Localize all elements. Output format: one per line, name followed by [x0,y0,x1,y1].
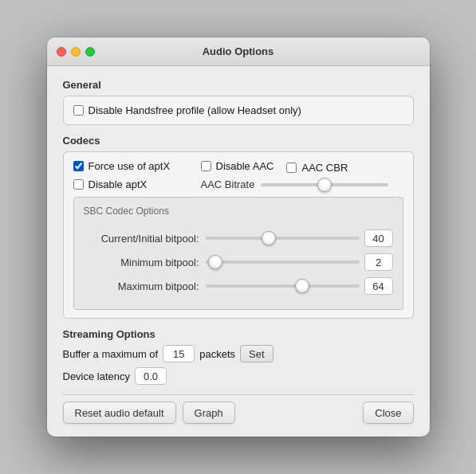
disable-aac-row: Disable AAC [201,160,274,172]
general-label: General [63,79,414,91]
current-bitpool-slider[interactable] [206,237,360,240]
set-button[interactable]: Set [240,345,273,362]
aac-bitrate-slider[interactable] [261,183,388,186]
minimum-bitpool-label: Minimum bitpool: [84,257,199,268]
aac-cbr-label: AAC CBR [301,162,348,174]
buffer-prefix: Buffer a maximum of [63,348,159,360]
minimum-bitpool-row: Minimum bitpool: 2 [84,253,393,271]
codecs-box: Force use of aptX Disable aptX Disable A… [63,151,414,319]
close-button[interactable]: Close [363,402,413,424]
latency-value-input[interactable] [135,367,167,385]
minimize-window-button[interactable] [71,47,81,57]
graph-button[interactable]: Graph [183,402,235,424]
disable-aptx-checkbox[interactable] [73,179,84,190]
streaming-section: Streaming Options Buffer a maximum of pa… [63,328,414,385]
minimum-bitpool-slider[interactable] [206,261,360,264]
codecs-label: Codecs [63,135,414,147]
minimum-bitpool-value: 2 [364,253,393,271]
buffer-value-input[interactable] [163,345,195,362]
window-content: General Disable Handsfree profile (allow… [47,66,430,437]
sbc-codec-box: SBC Codec Options Current/Initial bitpoo… [73,197,403,310]
force-aptx-row: Force use of aptX [73,160,201,172]
disable-aac-checkbox[interactable] [201,161,211,171]
maximum-bitpool-row: Maximum bitpool: 64 [84,277,393,295]
streaming-label: Streaming Options [63,328,414,340]
general-section: General Disable Handsfree profile (allow… [63,79,414,125]
zoom-window-button[interactable] [85,47,95,57]
reset-audio-button[interactable]: Reset audio default [63,402,176,424]
audio-options-window: Audio Options General Disable Handsfree … [47,37,430,437]
maximum-bitpool-label: Maximum bitpool: [84,280,199,292]
disable-handsfree-label: Disable Handsfree profile (allow Headset… [89,104,301,116]
general-box: Disable Handsfree profile (allow Headset… [63,96,414,125]
force-aptx-label: Force use of aptX [89,160,171,172]
buffer-row: Buffer a maximum of packets Set [63,345,414,362]
aac-bitrate-row: AAC Bitrate [201,178,403,190]
codecs-right: Disable AAC AAC CBR AAC Bitrate [201,160,403,190]
codecs-left: Force use of aptX Disable aptX [73,160,201,190]
aac-bitrate-label: AAC Bitrate [201,178,255,190]
disable-aac-label: Disable AAC [216,160,274,172]
current-bitpool-row: Current/Initial bitpool: 40 [84,229,393,247]
buffer-suffix: packets [199,348,235,360]
titlebar: Audio Options [47,37,430,66]
disable-handsfree-row: Disable Handsfree profile (allow Headset… [73,104,403,116]
disable-aptx-row: Disable aptX [73,178,201,190]
force-aptx-checkbox[interactable] [73,161,84,171]
bottom-buttons: Reset audio default Graph Close [63,394,414,424]
latency-label: Device latency [63,370,131,382]
maximum-bitpool-value: 64 [364,277,393,295]
disable-handsfree-checkbox[interactable] [73,105,84,116]
window-title: Audio Options [203,45,274,57]
current-bitpool-value: 40 [364,229,393,247]
disable-aptx-label: Disable aptX [89,178,148,190]
current-bitpool-label: Current/Initial bitpool: [84,233,199,245]
codecs-top-row: Force use of aptX Disable aptX Disable A… [73,160,403,190]
aac-cbr-checkbox[interactable] [286,163,297,173]
traffic-lights [57,47,95,57]
codecs-right-top: Disable AAC AAC CBR [201,160,403,175]
codecs-section: Codecs Force use of aptX Disable aptX [63,135,414,319]
maximum-bitpool-slider[interactable] [206,284,360,288]
aac-cbr-row: AAC CBR [286,162,348,174]
sbc-title: SBC Codec Options [84,206,393,217]
latency-row: Device latency [63,367,414,385]
close-window-button[interactable] [57,47,66,57]
